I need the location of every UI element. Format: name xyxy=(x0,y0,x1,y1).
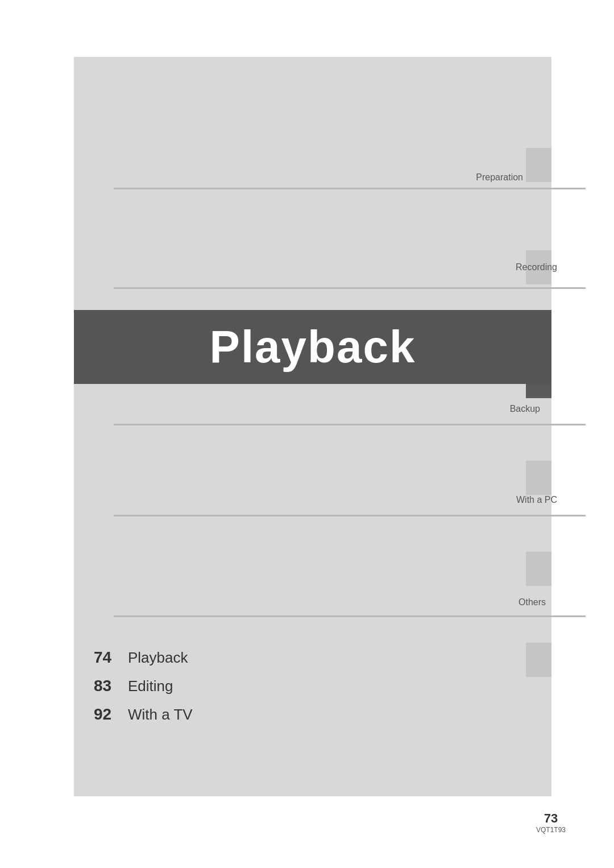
playback-title: Playback xyxy=(210,321,416,373)
playback-banner: Playback xyxy=(74,310,551,384)
tab-others[interactable] xyxy=(526,643,551,677)
toc-entry-74: 74 Playback xyxy=(94,648,193,667)
tab-preparation[interactable] xyxy=(526,148,551,182)
page-code: VQT1T93 xyxy=(536,826,566,834)
withapc-label: With a PC xyxy=(516,495,557,505)
tab-backup[interactable] xyxy=(526,461,551,495)
backup-label: Backup xyxy=(510,404,540,414)
toc-text-editing: Editing xyxy=(128,677,173,695)
others-divider xyxy=(114,615,586,617)
withapc-divider xyxy=(114,515,586,516)
toc-entry-83: 83 Editing xyxy=(94,677,193,695)
page: Preparation Recording Playback Backup Wi… xyxy=(0,0,614,868)
toc-entry-92: 92 With a TV xyxy=(94,705,193,724)
tab-withapc[interactable] xyxy=(526,552,551,586)
toc-number-74: 74 xyxy=(94,648,128,667)
toc-text-withatv: With a TV xyxy=(128,706,193,724)
toc-text-playback: Playback xyxy=(128,649,188,667)
preparation-label: Preparation xyxy=(476,172,523,183)
others-label: Others xyxy=(518,597,546,607)
page-number: 73 xyxy=(536,811,566,826)
toc-number-92: 92 xyxy=(94,705,128,724)
toc-section: 74 Playback 83 Editing 92 With a TV xyxy=(94,648,193,734)
backup-divider xyxy=(114,424,586,425)
toc-number-83: 83 xyxy=(94,677,128,695)
recording-label: Recording xyxy=(516,262,557,272)
preparation-divider xyxy=(114,188,586,189)
page-number-section: 73 VQT1T93 xyxy=(536,811,566,834)
recording-divider xyxy=(114,287,586,289)
